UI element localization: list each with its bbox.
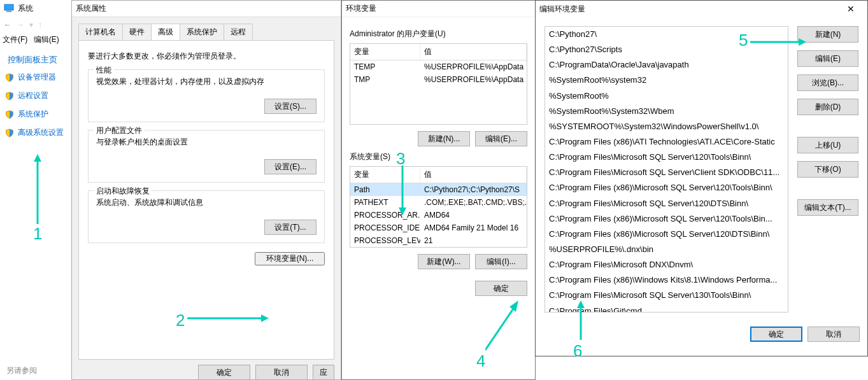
admin-note: 要进行大多数更改，你必须作为管理员登录。 — [88, 51, 325, 62]
startup-settings-button[interactable]: 设置(T)... — [264, 220, 317, 235]
menu-bar: 文件(F) 编辑(E) — [0, 31, 72, 49]
path-item[interactable]: C:\Program Files\Microsoft SQL Server\13… — [545, 288, 788, 303]
up-icon[interactable]: ↑ — [38, 20, 42, 29]
path-item[interactable]: %USERPROFILE%\.dnx\bin — [545, 242, 788, 257]
edit-movedown-button[interactable]: 下移(O) — [797, 161, 858, 178]
user-new-button[interactable]: 新建(N)... — [418, 131, 470, 146]
nav-arrows: ← → ▾ ↑ — [0, 17, 72, 31]
path-item[interactable]: C:\Program Files (x86)\Windows Kits\8.1\… — [545, 272, 788, 288]
path-item[interactable]: C:\ProgramData\Oracle\Java\javapath — [545, 57, 788, 73]
path-item[interactable]: C:\Python27\Scripts — [545, 42, 788, 57]
col-value[interactable]: 值 — [420, 44, 527, 60]
path-item[interactable]: C:\Program Files\Microsoft SQL Server\12… — [545, 196, 788, 211]
tabs-bar: 计算机名硬件高级系统保护远程 — [72, 17, 341, 40]
edit-new-button[interactable]: 新建(N) — [797, 26, 858, 43]
sysprop-cancel-button[interactable]: 取消 — [255, 365, 308, 380]
user-profiles-group: 用户配置文件 与登录帐户相关的桌面设置 设置(E)... — [88, 130, 325, 183]
control-panel-title: 系统 — [18, 3, 68, 14]
sys-var-row[interactable]: PROCESSOR_IDE...AMD64 Family 21 Model 16 — [350, 222, 527, 234]
path-item[interactable]: C:\Program Files\Microsoft SQL Server\12… — [545, 150, 788, 165]
control-panel-home[interactable]: 控制面板主页 — [0, 49, 72, 68]
dropdown-icon[interactable]: ▾ — [29, 20, 33, 29]
edit-edit-button[interactable]: 编辑(E) — [797, 50, 858, 67]
path-item[interactable]: %SystemRoot%\System32\Wbem — [545, 104, 788, 119]
path-item[interactable]: %SystemRoot% — [545, 88, 788, 104]
sidebar-link-0[interactable]: 设备管理器 — [0, 68, 72, 87]
edit-text-button[interactable]: 编辑文本(T)... — [797, 199, 858, 216]
path-item[interactable]: C:\Program Files\Git\cmd — [545, 304, 788, 313]
sidebar-link-1[interactable]: 远程设置 — [0, 87, 72, 105]
sys-edit-button[interactable]: 编辑(I)... — [475, 254, 527, 269]
svg-rect-0 — [4, 4, 13, 10]
user-vars-list[interactable]: 变量值 TEMP%USERPROFILE%\AppDataTMP%USERPRO… — [350, 43, 527, 125]
tab-1[interactable]: 硬件 — [122, 24, 152, 40]
environment-variables-button[interactable]: 环境变量(N)... — [255, 252, 325, 265]
startup-group: 启动和故障恢复 系统启动、系统故障和调试信息 设置(T)... — [88, 190, 325, 243]
user-var-row[interactable]: TEMP%USERPROFILE%\AppData — [350, 60, 527, 73]
edit-ok-button[interactable]: 确定 — [750, 327, 802, 342]
system-properties-title: 系统属性 — [76, 3, 106, 14]
path-item[interactable]: C:\Program Files (x86)\ATI Technologies\… — [545, 134, 788, 150]
user-var-row[interactable]: TMP%USERPROFILE%\AppData — [350, 73, 527, 86]
edit-cancel-button[interactable]: 取消 — [808, 327, 860, 342]
sys-var-row[interactable]: PathC:\Python27\;C:\Python27\S — [350, 183, 527, 196]
edit-side-buttons: 新建(N) 编辑(E) 浏览(B)... 删除(D) 上移(U) 下移(O) 编… — [797, 26, 858, 313]
path-item[interactable]: C:\Program Files\Microsoft DNX\Dnvm\ — [545, 257, 788, 272]
col-value-sys[interactable]: 值 — [420, 167, 527, 183]
svg-rect-1 — [6, 11, 11, 12]
sys-vars-label: 系统变量(S) — [350, 151, 527, 162]
sys-var-row[interactable]: PROCESSOR_AR...AMD64 — [350, 209, 527, 222]
user-profiles-desc: 与登录帐户相关的桌面设置 — [96, 137, 317, 148]
sysprop-ok-button[interactable]: 确定 — [198, 365, 250, 380]
computer-icon — [4, 3, 14, 13]
menu-file[interactable]: 文件(F) — [3, 35, 27, 44]
sysprop-apply-button[interactable]: 应 — [313, 365, 334, 380]
path-item[interactable]: %SystemRoot%\system32 — [545, 73, 788, 88]
user-vars-label: Administrator 的用户变量(U) — [350, 29, 527, 39]
tab-2[interactable]: 高级 — [151, 24, 180, 40]
path-item[interactable]: %SYSTEMROOT%\System32\WindowsPowerShell\… — [545, 119, 788, 134]
tab-3[interactable]: 系统保护 — [180, 24, 224, 40]
back-icon[interactable]: ← — [4, 20, 11, 29]
system-properties-buttons: 确定 取消 应 — [72, 360, 341, 380]
annotation-4: 4 — [476, 351, 485, 371]
performance-group: 性能 视觉效果，处理器计划，内存使用，以及虚拟内存 设置(S)... — [88, 69, 325, 122]
sys-new-button[interactable]: 新建(W)... — [418, 254, 470, 269]
path-item[interactable]: C:\Python27\ — [545, 27, 788, 42]
path-list[interactable]: C:\Python27\C:\Python27\ScriptsC:\Progra… — [544, 26, 788, 313]
env-vars-title: 环境变量 — [346, 3, 376, 14]
sidebar-link-3[interactable]: 高级系统设置 — [0, 123, 72, 142]
tab-4[interactable]: 远程 — [224, 24, 253, 40]
sidebar-link-2[interactable]: 系统保护 — [0, 105, 72, 123]
tab-0[interactable]: 计算机名 — [78, 24, 123, 40]
see-also: 另请参阅 — [6, 365, 37, 376]
annotation-1: 1 — [33, 224, 42, 244]
user-edit-button[interactable]: 编辑(E)... — [475, 131, 527, 146]
env-ok-button[interactable]: 确定 — [475, 281, 527, 296]
sys-var-row[interactable]: PROCESSOR_LEV21 — [350, 234, 527, 247]
forward-icon: → — [17, 20, 24, 29]
startup-legend: 启动和故障恢复 — [94, 186, 152, 197]
path-item[interactable]: C:\Program Files (x86)\Microsoft SQL Ser… — [545, 180, 788, 195]
startup-desc: 系统启动、系统故障和调试信息 — [96, 197, 317, 208]
edit-moveup-button[interactable]: 上移(U) — [797, 137, 858, 153]
performance-desc: 视觉效果，处理器计划，内存使用，以及虚拟内存 — [96, 76, 317, 87]
col-variable-sys[interactable]: 变量 — [350, 167, 420, 183]
edit-env-var-dialog: 编辑环境变量 ✕ C:\Python27\C:\Python27\Scripts… — [535, 0, 868, 356]
performance-settings-button[interactable]: 设置(S)... — [264, 99, 317, 114]
edit-env-var-title: 编辑环境变量 — [539, 4, 585, 15]
user-profiles-settings-button[interactable]: 设置(E)... — [264, 159, 317, 174]
performance-legend: 性能 — [94, 65, 114, 76]
edit-browse-button[interactable]: 浏览(B)... — [797, 74, 858, 91]
edit-delete-button[interactable]: 删除(D) — [797, 99, 858, 115]
path-item[interactable]: C:\Program Files (x86)\Microsoft SQL Ser… — [545, 211, 788, 227]
close-icon[interactable]: ✕ — [838, 1, 864, 17]
sys-vars-list[interactable]: 变量值 PathC:\Python27\;C:\Python27\SPATHEX… — [350, 166, 527, 248]
path-item[interactable]: C:\Program Files (x86)\Microsoft SQL Ser… — [545, 227, 788, 242]
user-profiles-legend: 用户配置文件 — [94, 125, 145, 136]
sys-var-row[interactable]: PATHEXT.COM;.EXE;.BAT;.CMD;.VBS;. — [350, 196, 527, 209]
col-variable[interactable]: 变量 — [350, 44, 420, 60]
menu-edit[interactable]: 编辑(E) — [34, 35, 59, 44]
annotation-2: 2 — [176, 311, 185, 330]
path-item[interactable]: C:\Program Files\Microsoft SQL Server\Cl… — [545, 165, 788, 180]
